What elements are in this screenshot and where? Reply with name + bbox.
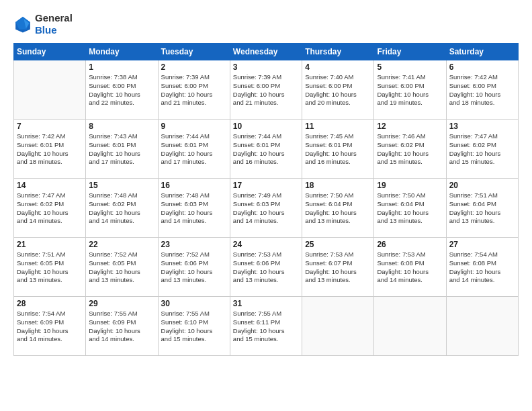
day-number: 20 — [449, 181, 515, 190]
calendar-cell: 28Sunrise: 7:54 AM Sunset: 6:09 PM Dayli… — [14, 297, 86, 356]
day-number: 19 — [377, 181, 443, 190]
day-number: 6 — [449, 62, 515, 72]
weekday-saturday: Saturday — [446, 44, 518, 60]
day-info: Sunrise: 7:48 AM Sunset: 6:03 PM Dayligh… — [161, 191, 227, 226]
day-number: 26 — [377, 240, 443, 249]
calendar-cell: 21Sunrise: 7:51 AM Sunset: 6:05 PM Dayli… — [14, 238, 86, 297]
weekday-wednesday: Wednesday — [230, 44, 302, 60]
day-info: Sunrise: 7:41 AM Sunset: 6:00 PM Dayligh… — [377, 73, 443, 107]
day-info: Sunrise: 7:53 AM Sunset: 6:06 PM Dayligh… — [233, 250, 299, 285]
calendar-cell: 3Sunrise: 7:39 AM Sunset: 6:00 PM Daylig… — [230, 60, 302, 120]
calendar-cell: 12Sunrise: 7:46 AM Sunset: 6:02 PM Dayli… — [374, 120, 446, 179]
day-number: 7 — [17, 122, 83, 131]
calendar-cell: 16Sunrise: 7:48 AM Sunset: 6:03 PM Dayli… — [158, 179, 230, 238]
day-info: Sunrise: 7:45 AM Sunset: 6:01 PM Dayligh… — [305, 132, 371, 167]
day-info: Sunrise: 7:46 AM Sunset: 6:02 PM Dayligh… — [377, 132, 443, 167]
calendar-cell: 2Sunrise: 7:39 AM Sunset: 6:00 PM Daylig… — [158, 60, 230, 120]
weekday-monday: Monday — [86, 44, 158, 60]
calendar-week-2: 7Sunrise: 7:42 AM Sunset: 6:01 PM Daylig… — [14, 120, 519, 179]
calendar-cell: 1Sunrise: 7:38 AM Sunset: 6:00 PM Daylig… — [86, 60, 158, 120]
day-info: Sunrise: 7:40 AM Sunset: 6:00 PM Dayligh… — [305, 73, 371, 107]
logo-icon — [13, 15, 32, 34]
day-number: 27 — [449, 240, 515, 249]
calendar-cell — [14, 60, 86, 120]
calendar-cell: 22Sunrise: 7:52 AM Sunset: 6:05 PM Dayli… — [86, 238, 158, 297]
calendar-cell: 29Sunrise: 7:55 AM Sunset: 6:09 PM Dayli… — [86, 297, 158, 356]
calendar-cell: 18Sunrise: 7:50 AM Sunset: 6:04 PM Dayli… — [302, 179, 374, 238]
day-number: 5 — [377, 62, 443, 72]
day-info: Sunrise: 7:42 AM Sunset: 6:00 PM Dayligh… — [449, 73, 515, 107]
day-number: 9 — [161, 122, 227, 131]
calendar-cell: 17Sunrise: 7:49 AM Sunset: 6:03 PM Dayli… — [230, 179, 302, 238]
calendar-cell — [302, 297, 374, 356]
calendar-cell: 15Sunrise: 7:48 AM Sunset: 6:02 PM Dayli… — [86, 179, 158, 238]
day-number: 25 — [305, 240, 371, 249]
calendar-week-4: 21Sunrise: 7:51 AM Sunset: 6:05 PM Dayli… — [14, 238, 519, 297]
day-number: 10 — [233, 122, 299, 131]
day-number: 24 — [233, 240, 299, 249]
day-info: Sunrise: 7:43 AM Sunset: 6:01 PM Dayligh… — [89, 132, 154, 167]
day-number: 28 — [17, 299, 83, 308]
day-number: 3 — [233, 62, 299, 72]
calendar-cell: 11Sunrise: 7:45 AM Sunset: 6:01 PM Dayli… — [302, 120, 374, 179]
calendar-cell: 7Sunrise: 7:42 AM Sunset: 6:01 PM Daylig… — [14, 120, 86, 179]
day-info: Sunrise: 7:52 AM Sunset: 6:06 PM Dayligh… — [161, 250, 227, 285]
day-info: Sunrise: 7:53 AM Sunset: 6:08 PM Dayligh… — [377, 250, 443, 285]
day-number: 22 — [89, 240, 154, 249]
calendar-cell: 31Sunrise: 7:55 AM Sunset: 6:11 PM Dayli… — [230, 297, 302, 356]
day-info: Sunrise: 7:44 AM Sunset: 6:01 PM Dayligh… — [233, 132, 299, 167]
day-info: Sunrise: 7:44 AM Sunset: 6:01 PM Dayligh… — [161, 132, 227, 167]
day-info: Sunrise: 7:54 AM Sunset: 6:09 PM Dayligh… — [17, 310, 83, 344]
calendar-cell: 13Sunrise: 7:47 AM Sunset: 6:02 PM Dayli… — [446, 120, 518, 179]
day-number: 1 — [89, 62, 154, 72]
day-info: Sunrise: 7:55 AM Sunset: 6:10 PM Dayligh… — [161, 310, 227, 344]
day-number: 15 — [89, 181, 154, 190]
calendar-cell: 25Sunrise: 7:53 AM Sunset: 6:07 PM Dayli… — [302, 238, 374, 297]
calendar-week-5: 28Sunrise: 7:54 AM Sunset: 6:09 PM Dayli… — [14, 297, 519, 356]
day-number: 4 — [305, 62, 371, 72]
calendar-cell: 4Sunrise: 7:40 AM Sunset: 6:00 PM Daylig… — [302, 60, 374, 120]
day-info: Sunrise: 7:50 AM Sunset: 6:04 PM Dayligh… — [305, 191, 371, 226]
calendar-cell: 24Sunrise: 7:53 AM Sunset: 6:06 PM Dayli… — [230, 238, 302, 297]
logo: General Blue — [13, 12, 73, 36]
calendar-cell — [374, 297, 446, 356]
day-number: 14 — [17, 181, 83, 190]
calendar-cell: 10Sunrise: 7:44 AM Sunset: 6:01 PM Dayli… — [230, 120, 302, 179]
day-info: Sunrise: 7:47 AM Sunset: 6:02 PM Dayligh… — [449, 132, 515, 167]
day-number: 31 — [233, 299, 299, 308]
day-info: Sunrise: 7:54 AM Sunset: 6:08 PM Dayligh… — [449, 250, 515, 285]
calendar-cell: 27Sunrise: 7:54 AM Sunset: 6:08 PM Dayli… — [446, 238, 518, 297]
calendar-table: SundayMondayTuesdayWednesdayThursdayFrid… — [13, 43, 519, 356]
day-number: 12 — [377, 122, 443, 131]
day-number: 2 — [161, 62, 227, 72]
day-number: 13 — [449, 122, 515, 131]
weekday-friday: Friday — [374, 44, 446, 60]
day-number: 18 — [305, 181, 371, 190]
weekday-sunday: Sunday — [14, 44, 86, 60]
logo-text: General Blue — [35, 12, 73, 36]
weekday-tuesday: Tuesday — [158, 44, 230, 60]
calendar-cell: 9Sunrise: 7:44 AM Sunset: 6:01 PM Daylig… — [158, 120, 230, 179]
day-info: Sunrise: 7:39 AM Sunset: 6:00 PM Dayligh… — [161, 73, 227, 107]
weekday-thursday: Thursday — [302, 44, 374, 60]
day-number: 21 — [17, 240, 83, 249]
day-info: Sunrise: 7:47 AM Sunset: 6:02 PM Dayligh… — [17, 191, 83, 226]
day-number: 16 — [161, 181, 227, 190]
calendar-cell: 5Sunrise: 7:41 AM Sunset: 6:00 PM Daylig… — [374, 60, 446, 120]
day-info: Sunrise: 7:51 AM Sunset: 6:04 PM Dayligh… — [449, 191, 515, 226]
day-info: Sunrise: 7:49 AM Sunset: 6:03 PM Dayligh… — [233, 191, 299, 226]
day-number: 29 — [89, 299, 154, 308]
day-info: Sunrise: 7:52 AM Sunset: 6:05 PM Dayligh… — [89, 250, 154, 285]
calendar-cell: 26Sunrise: 7:53 AM Sunset: 6:08 PM Dayli… — [374, 238, 446, 297]
day-info: Sunrise: 7:42 AM Sunset: 6:01 PM Dayligh… — [17, 132, 83, 167]
day-number: 30 — [161, 299, 227, 308]
calendar-cell: 23Sunrise: 7:52 AM Sunset: 6:06 PM Dayli… — [158, 238, 230, 297]
day-info: Sunrise: 7:51 AM Sunset: 6:05 PM Dayligh… — [17, 250, 83, 285]
day-number: 17 — [233, 181, 299, 190]
day-number: 23 — [161, 240, 227, 249]
day-info: Sunrise: 7:48 AM Sunset: 6:02 PM Dayligh… — [89, 191, 154, 226]
day-info: Sunrise: 7:55 AM Sunset: 6:09 PM Dayligh… — [89, 310, 154, 344]
day-info: Sunrise: 7:38 AM Sunset: 6:00 PM Dayligh… — [89, 73, 154, 107]
day-number: 11 — [305, 122, 371, 131]
calendar-cell: 20Sunrise: 7:51 AM Sunset: 6:04 PM Dayli… — [446, 179, 518, 238]
